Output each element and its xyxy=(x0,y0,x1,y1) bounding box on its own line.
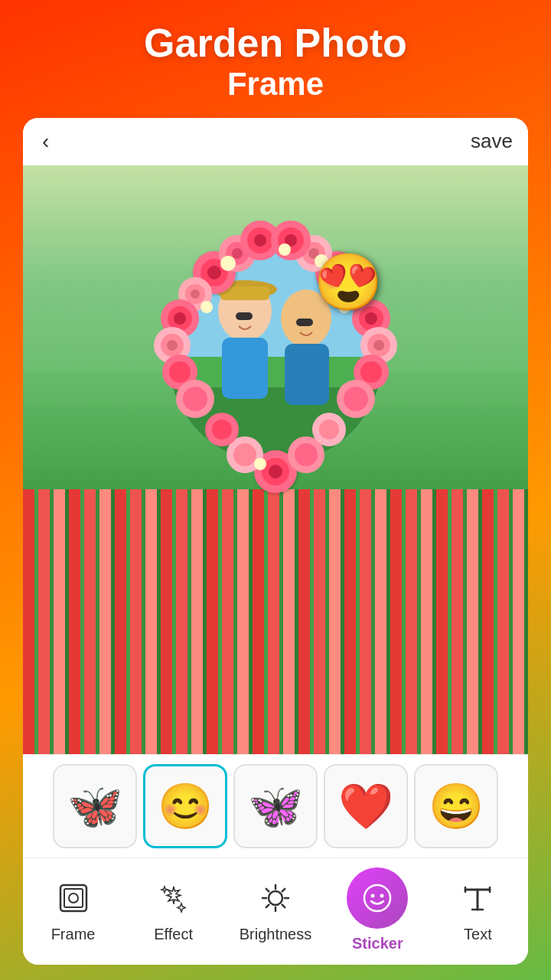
svg-line-82 xyxy=(282,889,285,892)
sticker-item-5[interactable]: 😄 xyxy=(414,764,498,848)
editor-card: ‹ save xyxy=(23,118,528,965)
svg-point-52 xyxy=(360,361,382,383)
sticker-item-3[interactable]: 🦋 xyxy=(233,764,318,848)
emoji-overlay-sticker[interactable]: 😍 xyxy=(314,250,383,315)
svg-point-85 xyxy=(371,894,375,898)
svg-point-59 xyxy=(233,443,256,466)
save-button[interactable]: save xyxy=(471,129,513,153)
photo-frame-wrapper: 😍 xyxy=(107,181,444,518)
card-toolbar: ‹ save xyxy=(23,118,528,165)
bottom-toolbar: Frame Effect xyxy=(23,858,528,965)
svg-point-63 xyxy=(212,420,232,439)
brightness-icon xyxy=(254,877,297,920)
app-title-line2: Frame xyxy=(15,65,536,103)
text-icon xyxy=(456,877,499,920)
svg-point-44 xyxy=(183,387,207,411)
svg-point-69 xyxy=(201,301,213,313)
svg-point-16 xyxy=(232,248,243,259)
tool-text-label: Text xyxy=(464,926,492,943)
tool-effect[interactable]: Effect xyxy=(139,877,208,943)
svg-point-74 xyxy=(69,893,78,903)
svg-point-54 xyxy=(344,387,368,411)
svg-point-75 xyxy=(269,891,282,905)
app-title-line1: Garden Photo xyxy=(15,21,536,65)
svg-line-83 xyxy=(266,905,269,908)
svg-point-67 xyxy=(279,243,291,256)
tool-sticker[interactable]: Sticker xyxy=(343,867,412,952)
back-button[interactable]: ‹ xyxy=(38,126,53,158)
svg-point-42 xyxy=(169,361,191,383)
sticker-item-4[interactable]: ❤️ xyxy=(324,764,408,848)
tool-frame[interactable]: Frame xyxy=(39,877,108,943)
svg-point-61 xyxy=(295,443,318,466)
sticker-icon xyxy=(347,867,408,929)
svg-point-50 xyxy=(373,340,384,351)
frame-icon xyxy=(52,877,95,920)
effect-icon xyxy=(152,877,195,920)
svg-point-84 xyxy=(364,885,390,911)
svg-point-13 xyxy=(207,266,221,279)
svg-point-37 xyxy=(174,312,186,325)
app-container: Garden Photo Frame ‹ save xyxy=(0,0,551,980)
svg-point-22 xyxy=(191,289,200,299)
svg-line-80 xyxy=(266,889,269,892)
svg-point-19 xyxy=(254,234,266,247)
svg-line-81 xyxy=(282,905,285,908)
tool-brightness-label: Brightness xyxy=(240,926,312,943)
tool-effect-label: Effect xyxy=(154,926,193,943)
sticker-item-1[interactable]: 🦋 xyxy=(53,764,137,848)
heart-flower-frame xyxy=(107,181,444,518)
svg-point-57 xyxy=(269,465,282,479)
photo-editor-area: 😍 xyxy=(23,165,528,754)
svg-point-40 xyxy=(167,340,178,351)
sticker-strip: 🦋 😊 🦋 ❤️ 😄 xyxy=(23,754,528,858)
svg-rect-73 xyxy=(64,889,83,907)
svg-point-86 xyxy=(380,894,384,898)
svg-point-66 xyxy=(220,256,236,271)
tool-frame-label: Frame xyxy=(51,926,96,943)
svg-point-65 xyxy=(319,420,339,439)
bg-tulips xyxy=(23,489,528,754)
app-header: Garden Photo Frame xyxy=(0,0,551,118)
tool-sticker-label: Sticker xyxy=(352,935,403,952)
svg-point-71 xyxy=(254,458,266,470)
tool-text[interactable]: Text xyxy=(443,877,512,943)
sticker-item-2[interactable]: 😊 xyxy=(143,764,227,848)
tool-brightness[interactable]: Brightness xyxy=(240,877,312,943)
